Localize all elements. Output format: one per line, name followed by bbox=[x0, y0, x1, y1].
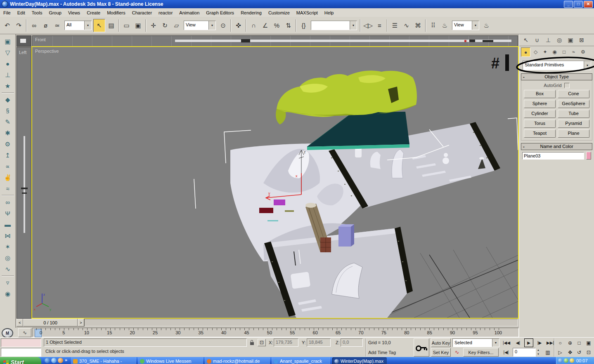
menu-help[interactable]: Help bbox=[321, 9, 337, 16]
play-animation-button[interactable]: ▶ bbox=[524, 338, 533, 347]
tray-icon-2[interactable] bbox=[564, 358, 568, 363]
menu-group[interactable]: Group bbox=[45, 9, 65, 16]
menu-edit[interactable]: Edit bbox=[14, 9, 28, 16]
tab-create-icon[interactable]: ↖ bbox=[521, 35, 531, 45]
menu-file[interactable]: File bbox=[0, 9, 14, 16]
unlink-selection-button[interactable]: ø bbox=[40, 19, 51, 32]
time-slider-prev-button[interactable]: < bbox=[17, 319, 23, 326]
percent-snap-toggle-button[interactable]: % bbox=[271, 19, 282, 32]
cone-button[interactable]: Cone bbox=[558, 90, 589, 98]
box-button[interactable]: Box bbox=[524, 90, 556, 98]
tab-hierarchy-icon[interactable]: ⊥ bbox=[543, 35, 554, 45]
bind-to-space-warp-button[interactable]: ≃ bbox=[52, 19, 63, 32]
zoom-extents-button[interactable]: □ bbox=[575, 338, 584, 347]
viewport-front[interactable]: Front bbox=[32, 35, 518, 47]
viewport-left[interactable]: Left bbox=[17, 47, 31, 319]
absolute-mode-toggle[interactable]: ⊡ bbox=[258, 339, 266, 346]
tray-icon-1[interactable] bbox=[558, 358, 563, 363]
next-frame-button[interactable]: |▶ bbox=[535, 338, 544, 347]
sphere-button[interactable]: Sphere bbox=[524, 100, 556, 108]
title-bar[interactable]: WinterDay(Map).max - Autodesk 3ds Max 8 … bbox=[0, 0, 594, 8]
menu-create[interactable]: Create bbox=[83, 9, 104, 16]
select-and-scale-button[interactable]: ▱ bbox=[171, 19, 182, 32]
viewport-perspective[interactable]: Perspective bbox=[31, 46, 519, 319]
teapot-button[interactable]: Teapot bbox=[524, 129, 556, 138]
select-and-move-button[interactable]: ✛ bbox=[148, 19, 159, 32]
reactor-plank-icon[interactable]: ▬ bbox=[2, 219, 14, 230]
reactor-toy-car-icon[interactable]: ∞ bbox=[2, 197, 14, 208]
y-coordinate-field[interactable]: 18,845 bbox=[307, 338, 331, 347]
default-in-out-tangents-button[interactable]: ∿ bbox=[452, 348, 461, 357]
set-keys-button[interactable] bbox=[414, 338, 429, 357]
menu-animation[interactable]: Animation bbox=[176, 9, 203, 16]
menu-rendering[interactable]: Rendering bbox=[237, 9, 265, 16]
open-mini-curve-editor-button[interactable]: ∿ bbox=[18, 328, 31, 337]
reactor-fracture-icon[interactable]: ✶ bbox=[2, 241, 14, 252]
selection-filter-dropdown[interactable]: All ▼ bbox=[64, 21, 92, 30]
apply-soft-body-modifier-icon[interactable]: ◉ bbox=[2, 288, 14, 299]
category-systems-icon[interactable]: ⚙ bbox=[579, 47, 587, 56]
frame-spinner-up[interactable]: ▲ bbox=[536, 348, 541, 352]
schematic-view-button[interactable]: ⌘ bbox=[412, 19, 424, 32]
tab-motion-icon[interactable]: ◎ bbox=[554, 35, 565, 45]
time-slider-track[interactable] bbox=[84, 319, 518, 326]
category-lights-icon[interactable]: ✦ bbox=[541, 47, 549, 56]
cloth-collection-icon[interactable]: ▽ bbox=[2, 47, 14, 58]
maximize-button[interactable]: □ bbox=[574, 1, 583, 8]
layer-manager-button[interactable]: ☰ bbox=[389, 19, 400, 32]
reactor-water-icon[interactable]: ≈ bbox=[2, 183, 14, 194]
soft-body-collection-icon[interactable]: ● bbox=[2, 58, 14, 69]
menu-maxscript[interactable]: MAXScript bbox=[293, 9, 321, 16]
x-coordinate-field[interactable]: 179,735 bbox=[274, 338, 298, 347]
minimize-button[interactable]: _ bbox=[564, 1, 573, 8]
material-editor-button[interactable]: ⠿ bbox=[428, 19, 439, 32]
tab-modify-icon[interactable]: ∪ bbox=[532, 35, 542, 45]
geosphere-button[interactable]: GeoSphere bbox=[558, 100, 589, 108]
reactor-dashpot-icon[interactable]: ∝ bbox=[2, 161, 14, 172]
category-geometry-icon[interactable]: ● bbox=[521, 47, 530, 57]
select-and-manipulate-button[interactable]: ✜ bbox=[233, 19, 244, 32]
torus-button[interactable]: Torus bbox=[524, 120, 556, 128]
select-and-link-button[interactable]: ∞ bbox=[28, 19, 40, 32]
maxscript-listener-white[interactable] bbox=[1, 348, 41, 357]
start-button[interactable]: Start bbox=[0, 357, 41, 364]
render-scene-dialog-button[interactable]: ♨ bbox=[439, 19, 450, 32]
reactor-hand-icon[interactable]: ✌ bbox=[2, 172, 14, 183]
reactor-wheel-icon[interactable]: ◎ bbox=[2, 252, 14, 263]
plane-button[interactable]: Plane bbox=[558, 129, 589, 138]
taskbar-task-4[interactable]: Anant_spaulie_crack bbox=[272, 357, 330, 364]
quick-launch-expand-icon[interactable]: » bbox=[65, 357, 67, 362]
category-shapes-icon[interactable]: ◇ bbox=[531, 47, 540, 56]
menu-tools[interactable]: Tools bbox=[28, 9, 46, 16]
field-of-view-button[interactable]: ▷ bbox=[556, 348, 565, 357]
select-by-name-button[interactable]: ▤ bbox=[106, 19, 117, 32]
tab-display-icon[interactable]: ▣ bbox=[565, 35, 576, 45]
maximize-viewport-toggle-button[interactable]: ⊡ bbox=[584, 348, 593, 357]
set-key-button[interactable]: Set Key bbox=[431, 348, 451, 357]
arc-rotate-button[interactable]: ↺ bbox=[575, 348, 584, 357]
reactor-gear-icon[interactable]: ⚙ bbox=[2, 139, 14, 150]
time-slider-next-button[interactable]: > bbox=[78, 319, 84, 326]
reactor-plane-icon[interactable]: ◆ bbox=[2, 94, 14, 105]
cylinder-button[interactable]: Cylinder bbox=[524, 110, 556, 118]
menu-customize[interactable]: Customize bbox=[265, 9, 293, 16]
track-bar[interactable]: 0 5 10 15 20 25 30 35 40 45 50 55 60 65 … bbox=[32, 328, 519, 337]
reactor-rope-icon[interactable]: ∿ bbox=[2, 263, 14, 275]
object-name-input[interactable] bbox=[522, 152, 584, 160]
named-selection-sets-button[interactable]: {} bbox=[298, 19, 309, 32]
menu-graph-editors[interactable]: Graph Editors bbox=[203, 9, 237, 16]
viewport-top[interactable] bbox=[17, 35, 31, 47]
render-type-dropdown[interactable]: View ▼ bbox=[452, 21, 479, 30]
menu-modifiers[interactable]: Modifiers bbox=[104, 9, 129, 16]
reference-coordinate-system-dropdown[interactable]: View ▼ bbox=[184, 21, 216, 30]
quick-launch-icon-3[interactable] bbox=[58, 358, 63, 363]
category-spacewarps-icon[interactable]: ≈ bbox=[569, 47, 578, 56]
window-crossing-toggle-button[interactable]: ▣ bbox=[133, 19, 144, 32]
category-cameras-icon[interactable]: ◉ bbox=[550, 47, 559, 56]
creation-type-dropdown[interactable]: Standard Primitives ▼ bbox=[523, 61, 591, 70]
quick-render-button[interactable]: ♨ bbox=[481, 19, 492, 32]
menu-character[interactable]: Character bbox=[129, 9, 155, 16]
rope-collection-icon[interactable]: ⊥ bbox=[2, 69, 14, 80]
reactor-damper-icon[interactable]: ✎ bbox=[2, 116, 14, 127]
add-time-tag[interactable]: Add Time Tag bbox=[368, 350, 396, 355]
